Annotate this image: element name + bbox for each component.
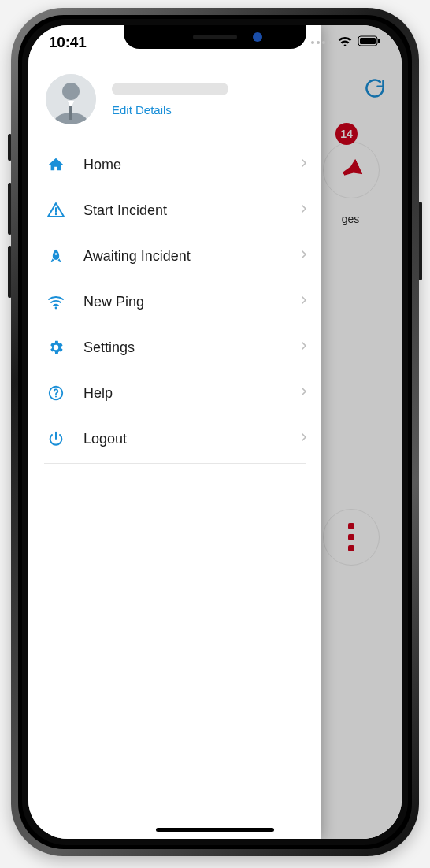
power-icon xyxy=(46,428,66,449)
phone-frame: 14 ges xyxy=(0,0,430,868)
chevron-right-icon xyxy=(298,202,310,218)
wifi-status-icon xyxy=(337,33,353,52)
chevron-right-icon xyxy=(298,431,310,447)
gear-icon xyxy=(46,337,66,358)
svg-rect-10 xyxy=(360,38,376,44)
svg-point-4 xyxy=(55,213,57,215)
chevron-right-icon xyxy=(298,339,310,355)
menu-label: Help xyxy=(83,385,280,402)
front-camera xyxy=(253,32,262,42)
notch xyxy=(124,25,306,49)
menu-item-home[interactable]: Home xyxy=(28,142,321,187)
avatar[interactable] xyxy=(46,74,96,124)
menu-item-awaiting-incident[interactable]: Awaiting Incident xyxy=(28,233,321,279)
menu-label: Settings xyxy=(83,339,280,356)
svg-rect-2 xyxy=(69,106,72,120)
menu-item-help[interactable]: Help xyxy=(28,370,321,416)
speaker-grille xyxy=(193,35,237,39)
battery-status-icon xyxy=(358,35,381,50)
help-icon xyxy=(46,383,66,403)
menu-item-start-incident[interactable]: Start Incident xyxy=(28,187,321,233)
chevron-right-icon xyxy=(298,294,310,310)
wifi-icon xyxy=(46,291,66,312)
home-icon xyxy=(46,154,66,175)
menu-label: Home xyxy=(83,157,280,173)
menu-separator xyxy=(44,463,306,464)
chevron-right-icon xyxy=(298,157,310,172)
svg-point-6 xyxy=(55,307,57,310)
bezel-inner: 14 ges xyxy=(22,19,408,845)
menu-label: Awaiting Incident xyxy=(83,248,280,265)
menu-item-logout[interactable]: Logout xyxy=(28,416,321,462)
svg-rect-11 xyxy=(378,39,380,43)
menu-list: Home Start Incident xyxy=(28,142,321,462)
status-time: 10:41 xyxy=(49,34,87,51)
chevron-right-icon xyxy=(298,385,310,401)
menu-label: Logout xyxy=(83,431,280,447)
profile-name-placeholder xyxy=(112,83,228,95)
screen: 14 ges xyxy=(28,25,402,839)
menu-item-new-ping[interactable]: New Ping xyxy=(28,279,321,325)
menu-label: Start Incident xyxy=(83,202,280,219)
side-drawer: Edit Details Home xyxy=(28,25,321,839)
rocket-icon xyxy=(46,246,66,266)
warning-triangle-icon xyxy=(46,200,66,221)
menu-label: New Ping xyxy=(83,294,280,310)
chevron-right-icon xyxy=(298,248,310,264)
home-indicator[interactable] xyxy=(156,828,274,832)
svg-point-1 xyxy=(62,83,80,100)
svg-point-5 xyxy=(55,253,57,255)
edit-details-link[interactable]: Edit Details xyxy=(112,103,228,117)
cellular-no-sim-icon xyxy=(311,41,331,44)
menu-item-settings[interactable]: Settings xyxy=(28,325,321,370)
svg-point-8 xyxy=(55,396,57,398)
